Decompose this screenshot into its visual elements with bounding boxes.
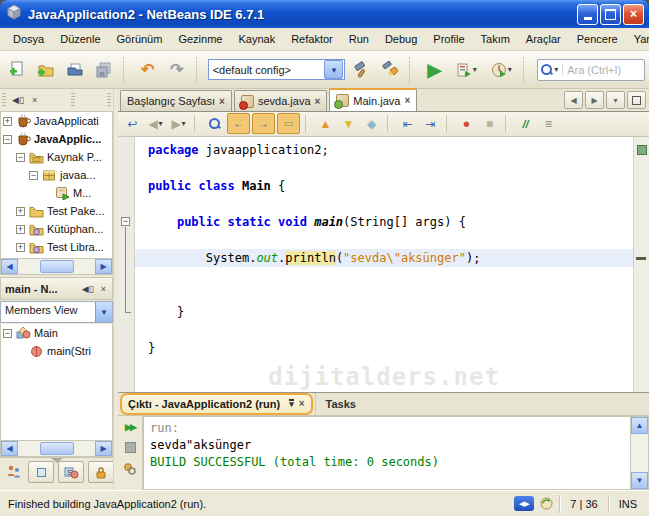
navigator-item-main-stri[interactable]: main(Stri xyxy=(1,342,112,360)
tab-tasks[interactable]: Tasks xyxy=(315,393,366,415)
scrollbar-thumb[interactable] xyxy=(40,260,74,273)
uncomment-icon[interactable]: ≡ xyxy=(538,114,559,133)
output-console[interactable]: run:sevda"aksüngerBUILD SUCCESSFUL (tota… xyxy=(143,416,630,490)
menu-item-ara-lar[interactable]: Araçlar xyxy=(519,31,568,47)
close-tab-icon[interactable]: × xyxy=(219,96,225,107)
scroll-up-icon[interactable]: ▲ xyxy=(631,417,648,434)
error-stripe[interactable] xyxy=(633,137,649,392)
navigator-horizontal-scrollbar[interactable]: ◀ ▶ xyxy=(0,441,113,457)
menu-item-profile[interactable]: Profile xyxy=(426,31,471,47)
expand-icon[interactable]: + xyxy=(16,207,25,216)
menu-item-yard-m[interactable]: Yardım xyxy=(627,31,649,47)
find-selection-icon[interactable] xyxy=(204,114,225,133)
code-fold-icon[interactable]: − xyxy=(121,217,130,226)
clean-build-icon[interactable] xyxy=(377,57,403,83)
menu-item-kaynak[interactable]: Kaynak xyxy=(231,31,282,47)
maximize-button[interactable] xyxy=(600,4,621,25)
collapse-icon[interactable]: − xyxy=(3,135,12,144)
menu-item-d-zenle[interactable]: Düzenle xyxy=(53,31,107,47)
menu-item-refaktor[interactable]: Refaktor xyxy=(284,31,340,47)
scroll-tabs-right-icon[interactable]: ▶ xyxy=(585,91,604,109)
quick-search[interactable]: ▾ Ara (Ctrl+I) xyxy=(537,59,645,81)
output-vertical-scrollbar[interactable]: ▲ ▼ xyxy=(630,416,649,490)
previous-occurrence-icon[interactable]: ← xyxy=(227,113,250,134)
project-item-javaapplicati[interactable]: +JavaApplicati xyxy=(1,112,112,130)
drag-grip[interactable] xyxy=(107,93,111,107)
editor-gutter[interactable]: − xyxy=(118,137,135,392)
scroll-down-icon[interactable]: ▼ xyxy=(631,472,648,489)
collapse-icon[interactable]: − xyxy=(16,153,25,162)
projects-horizontal-scrollbar[interactable]: ◀ ▶ xyxy=(0,259,113,275)
search-icon[interactable] xyxy=(541,64,553,76)
comment-icon[interactable]: // xyxy=(515,114,536,133)
collapse-handle-icon[interactable] xyxy=(51,458,63,463)
project-item-kaynak-p[interactable]: −Kaynak P... xyxy=(1,148,112,166)
scroll-left-icon[interactable]: ◀ xyxy=(1,259,18,274)
previous-bookmark-icon[interactable]: ▲ xyxy=(315,114,336,133)
show-fields-icon[interactable] xyxy=(28,461,54,483)
ant-settings-icon[interactable] xyxy=(121,461,139,477)
show-non-public-icon[interactable] xyxy=(88,461,113,483)
scroll-right-icon[interactable]: ▶ xyxy=(95,441,112,456)
open-project-icon[interactable] xyxy=(62,57,88,83)
project-item-javaa[interactable]: −javaa... xyxy=(1,166,112,184)
expand-icon[interactable]: + xyxy=(3,117,12,126)
debug-icon[interactable]: ▾ xyxy=(450,57,482,83)
forward-icon[interactable]: ▶▾ xyxy=(168,114,189,133)
editor-sync-icon[interactable]: ◀▶ xyxy=(514,496,534,511)
menu-item-run[interactable]: Run xyxy=(342,31,376,47)
toggle-bookmark-icon[interactable]: ◆ xyxy=(361,114,382,133)
project-item-m[interactable]: M... xyxy=(1,184,112,202)
tab-main-java[interactable]: Main.java × xyxy=(329,88,417,111)
expand-icon[interactable]: + xyxy=(16,243,25,252)
members-view-select[interactable]: Members View ▾ xyxy=(0,301,113,323)
shift-left-icon[interactable]: ⇤ xyxy=(397,114,418,133)
project-item-test-pake[interactable]: +Test Pake... xyxy=(1,202,112,220)
code-area[interactable]: dijitalders.net package javaapplication2… xyxy=(135,137,633,392)
scroll-left-icon[interactable]: ◀ xyxy=(1,441,18,456)
record-macro-icon[interactable]: ● xyxy=(456,114,477,133)
shift-right-icon[interactable]: ⇥ xyxy=(420,114,441,133)
toggle-highlight-icon[interactable]: ▭ xyxy=(277,113,300,134)
collapse-icon[interactable]: − xyxy=(29,171,38,180)
tab-output-run[interactable]: Çıktı - JavaApplication2 (run) ▾ × xyxy=(120,393,313,415)
back-icon[interactable]: ◀▾ xyxy=(145,114,166,133)
build-icon[interactable] xyxy=(348,57,374,83)
stop-macro-icon[interactable]: ■ xyxy=(479,114,500,133)
next-occurrence-icon[interactable]: → xyxy=(252,113,275,134)
menu-item-debug[interactable]: Debug xyxy=(378,31,424,47)
expand-icon[interactable]: + xyxy=(16,225,25,234)
menu-item-gezinme[interactable]: Gezinme xyxy=(171,31,229,47)
menu-item-g-r-n-m[interactable]: Görünüm xyxy=(110,31,170,47)
navigator-item-main[interactable]: −Main xyxy=(1,324,112,342)
profile-icon[interactable]: ▾ xyxy=(485,57,517,83)
drag-grip[interactable] xyxy=(2,93,6,107)
code-editor[interactable]: − dijitalders.net package javaapplicatio… xyxy=(118,137,649,392)
minimize-panel-icon[interactable]: ◀▯ xyxy=(10,95,26,105)
undo-icon[interactable]: ↶ xyxy=(135,57,161,83)
project-item-k-t-phan[interactable]: +Kütüphan... xyxy=(1,220,112,238)
minimize-panel-icon[interactable]: ◀▯ xyxy=(80,284,96,294)
stop-icon[interactable] xyxy=(121,440,139,456)
tab-list-dropdown-icon[interactable]: ▾ xyxy=(606,91,625,109)
tab-baslangic-sayfasi[interactable]: Başlangıç Sayfası × xyxy=(120,90,232,111)
inherited-members-icon[interactable] xyxy=(4,462,24,482)
run-icon[interactable]: ▶ xyxy=(421,57,447,83)
menu-item-dosya[interactable]: Dosya xyxy=(6,31,51,47)
maximize-editor-icon[interactable] xyxy=(627,91,646,109)
next-bookmark-icon[interactable]: ▼ xyxy=(338,114,359,133)
close-panel-icon[interactable]: × xyxy=(99,284,108,294)
refresh-icon[interactable] xyxy=(537,496,555,512)
chevron-down-icon[interactable]: ▾ xyxy=(95,302,112,322)
project-item-test-libra[interactable]: +Test Libra... xyxy=(1,238,112,256)
last-edit-position-icon[interactable]: ↩ xyxy=(122,114,143,133)
collapse-icon[interactable]: − xyxy=(3,329,12,338)
drag-grip[interactable] xyxy=(71,93,75,107)
project-item-javaapplic[interactable]: −JavaApplic... xyxy=(1,130,112,148)
minimize-window-group-icon[interactable]: ▾ xyxy=(289,399,294,408)
new-file-icon[interactable] xyxy=(4,57,30,83)
redo-icon[interactable]: ↷ xyxy=(164,57,190,83)
rerun-icon[interactable]: ▶▶ xyxy=(121,419,139,435)
menu-item-pencere[interactable]: Pencere xyxy=(570,31,625,47)
config-select[interactable]: <default config> ▾ xyxy=(208,59,346,80)
